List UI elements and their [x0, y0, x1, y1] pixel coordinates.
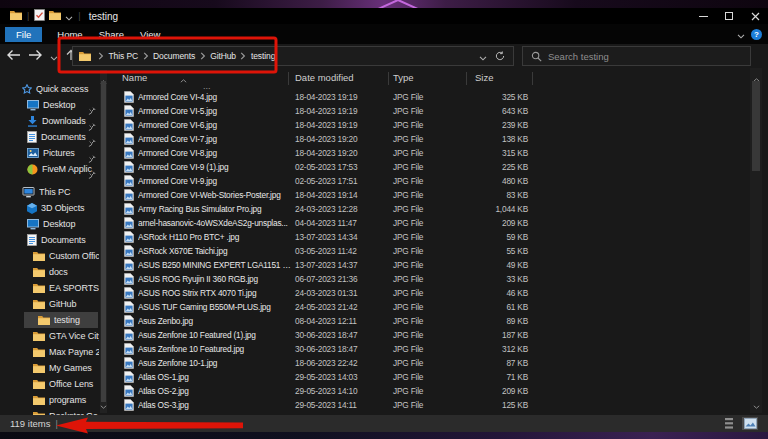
- recent-locations-chevron-icon[interactable]: [50, 47, 58, 65]
- sidebar-item-downloads[interactable]: Downloads: [0, 113, 104, 129]
- column-header-name[interactable]: Name: [122, 72, 147, 83]
- sidebar-scrollbar[interactable]: [100, 70, 107, 413]
- refresh-icon[interactable]: [495, 47, 505, 65]
- file-row[interactable]: ASUS ROG Strix RTX 4070 Ti.jpg24-03-2023…: [108, 286, 768, 300]
- sidebar-item-documents[interactable]: Documents: [0, 129, 104, 145]
- file-size: 643 KB: [466, 104, 528, 118]
- thumbnails-view-button[interactable]: [742, 417, 758, 430]
- new-folder-icon[interactable]: [49, 7, 61, 25]
- tab-home[interactable]: Home: [49, 27, 90, 42]
- sidebar-item-label: Office Lens: [49, 379, 99, 389]
- sidebar-item-desktop[interactable]: Desktop: [0, 216, 104, 232]
- tab-view[interactable]: View: [132, 27, 168, 42]
- details-view-button[interactable]: [721, 417, 737, 430]
- file-name: ASUS ROG Ryujin II 360 RGB.jpg: [138, 272, 292, 286]
- cube-icon: [27, 203, 37, 214]
- properties-icon[interactable]: [34, 7, 45, 25]
- jpg-file-icon: [124, 399, 134, 415]
- file-row[interactable]: arnel-hasanovic-4oWSXdeAS2g-unsplas...04…: [108, 216, 768, 230]
- file-row[interactable]: Atlas OS-3.jpg29-05-2023 14:11JPG File12…: [108, 398, 768, 412]
- file-size: 1,044 KB: [466, 202, 528, 216]
- file-row[interactable]: ASRock H110 Pro BTC+ .jpg13-07-2023 14:3…: [108, 230, 768, 244]
- column-separator[interactable]: [388, 72, 389, 85]
- sidebar-item-quick-access[interactable]: Quick access: [0, 81, 104, 97]
- forward-icon[interactable]: [28, 47, 43, 65]
- breadcrumb-chevron-icon[interactable]: [140, 52, 152, 60]
- file-row[interactable]: Armored Core VI-9 (1).jpg02-05-2023 17:5…: [108, 160, 768, 174]
- file-row[interactable]: ASUS B250 MINING EXPERT LGA1151 DD...13-…: [108, 258, 768, 272]
- file-type: JPG File: [393, 258, 423, 272]
- sidebar-item-fivem-applic[interactable]: FiveM Applic: [0, 161, 104, 177]
- minimize-button[interactable]: [690, 8, 716, 24]
- column-separator[interactable]: [532, 72, 533, 85]
- breadcrumb-chevron-icon[interactable]: [95, 52, 107, 60]
- help-icon[interactable]: ?: [751, 29, 762, 40]
- file-name: Armored Core VI-7.jpg: [138, 132, 292, 146]
- column-separator[interactable]: [288, 72, 289, 85]
- file-row[interactable]: Atlas OS-2.jpg29-05-2023 14:10JPG File20…: [108, 384, 768, 398]
- file-type: JPG File: [393, 230, 423, 244]
- file-row[interactable]: Asus Zenfone 10 Featured (1).jpg30-06-20…: [108, 328, 768, 342]
- breadcrumb-segment[interactable]: GitHub: [209, 51, 238, 61]
- breadcrumb-chevron-icon[interactable]: [197, 52, 209, 60]
- sidebar-item-my-games[interactable]: My Games: [0, 360, 104, 376]
- file-name: Asus Zenfone 10-1.jpg: [138, 356, 292, 370]
- sidebar-item-docs[interactable]: docs: [0, 264, 104, 280]
- file-row[interactable]: Armored Core VI-7.jpg18-04-2023 19:20JPG…: [108, 132, 768, 146]
- file-row[interactable]: Armored Core VI-9.jpg02-05-2023 17:51JPG…: [108, 174, 768, 188]
- sidebar-item-pictures[interactable]: Pictures: [0, 145, 104, 161]
- sidebar-item-documents[interactable]: Documents: [0, 232, 104, 248]
- column-separator[interactable]: [466, 72, 467, 85]
- maximize-button[interactable]: [716, 8, 742, 24]
- file-row[interactable]: Army Racing Bus Simulator Pro.jpg24-03-2…: [108, 202, 768, 216]
- sidebar-item-ea-sports-tm[interactable]: EA SPORTS(TM: [0, 280, 104, 296]
- tab-file[interactable]: File: [5, 27, 42, 42]
- tab-share[interactable]: Share: [91, 27, 132, 42]
- breadcrumb-segment[interactable]: This PC: [107, 51, 140, 61]
- file-row[interactable]: Armored Core VI-6.jpg18-04-2023 19:19JPG…: [108, 118, 768, 132]
- file-row[interactable]: Armored Core VI-Web-Stories-Poster.jpg18…: [108, 188, 768, 202]
- items-count: 119 items: [10, 418, 50, 429]
- sidebar-item-this-pc[interactable]: This PC: [0, 184, 104, 200]
- file-row[interactable]: Asus Zenfone 10-1.jpg18-06-2023 22:42JPG…: [108, 356, 768, 370]
- sidebar-item-github[interactable]: GitHub: [0, 296, 104, 312]
- file-row[interactable]: Atlas OS-1.jpg29-05-2023 14:03JPG File71…: [108, 370, 768, 384]
- column-header-type[interactable]: Type: [393, 72, 414, 83]
- file-row[interactable]: Asus Zenbo.jpg08-04-2023 12:11JPG File89…: [108, 314, 768, 328]
- sidebar-item-office-lens[interactable]: Office Lens: [0, 376, 104, 392]
- address-dropdown-chevron-icon[interactable]: [479, 47, 487, 65]
- folder-icon: [33, 363, 45, 374]
- breadcrumb-segment[interactable]: Documents: [152, 51, 197, 61]
- sidebar-item-desktop[interactable]: Desktop: [0, 97, 104, 113]
- address-bar[interactable]: This PCDocumentsGitHubtesting: [72, 46, 514, 66]
- breadcrumb: This PCDocumentsGitHubtesting: [91, 51, 479, 61]
- sidebar-item-custom-office[interactable]: Custom Office: [0, 248, 104, 264]
- close-button[interactable]: [742, 8, 768, 24]
- file-row[interactable]: ASUS ROG Ryujin II 360 RGB.jpg06-07-2023…: [108, 272, 768, 286]
- folder-icon: [38, 315, 50, 326]
- column-header-date-modified[interactable]: Date modified: [295, 72, 354, 83]
- ribbon-collapse-chevron-icon[interactable]: [737, 25, 745, 43]
- column-header-size[interactable]: Size: [475, 72, 493, 83]
- breadcrumb-segment[interactable]: testing: [249, 51, 276, 61]
- sidebar-item-max-payne-2-s[interactable]: Max Payne 2 S: [0, 344, 104, 360]
- file-row[interactable]: ASRock X670E Taichi.jpg03-05-2023 11:42J…: [108, 244, 768, 258]
- file-row[interactable]: Armored Core VI-5.jpg18-04-2023 19:19JPG…: [108, 104, 768, 118]
- sidebar-item-rockstar-ga[interactable]: Rockstar Ga: [0, 408, 104, 415]
- quick-access-toolbar-caret-icon[interactable]: [65, 7, 73, 25]
- file-date-modified: 18-04-2023 19:20: [295, 132, 357, 146]
- sidebar-item-gta-vice-city-u[interactable]: GTA Vice City U: [0, 328, 104, 344]
- file-name: ASUS B250 MINING EXPERT LGA1151 DD...: [138, 258, 292, 272]
- filelist-scrollbar[interactable]: [750, 68, 762, 413]
- file-name: Atlas OS-1.jpg: [138, 370, 292, 384]
- back-icon[interactable]: [6, 47, 21, 65]
- breadcrumb-chevron-icon[interactable]: [237, 52, 249, 60]
- sidebar-item-testing[interactable]: testing: [24, 312, 98, 328]
- file-row[interactable]: Armored Core VI-8.jpg18-04-2023 19:20JPG…: [108, 146, 768, 160]
- sidebar-item-3d-objects[interactable]: 3D Objects: [0, 200, 104, 216]
- sidebar-item-programs[interactable]: programs: [0, 392, 104, 408]
- file-row[interactable]: Asus Zenfone 10 Featured.jpg30-06-2023 1…: [108, 342, 768, 356]
- search-box[interactable]: Search testing: [522, 46, 751, 66]
- file-row[interactable]: ASUS TUF Gaming B550M-PLUS.jpg24-05-2023…: [108, 300, 768, 314]
- file-row[interactable]: Armored Core VI-4.jpg18-04-2023 19:19JPG…: [108, 90, 768, 104]
